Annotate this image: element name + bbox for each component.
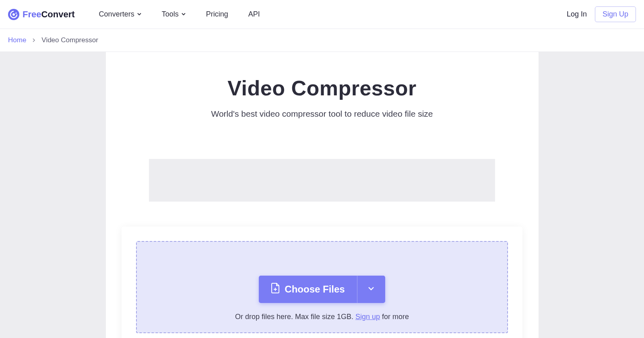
choose-files-dropdown[interactable] <box>357 276 385 303</box>
file-dropzone[interactable]: Choose Files Or drop files here. Max fil… <box>136 241 508 333</box>
signup-button[interactable]: Sign Up <box>595 6 636 22</box>
logo-text: FreeConvert <box>23 9 75 20</box>
svg-point-1 <box>12 13 15 16</box>
chevron-down-icon <box>181 10 186 19</box>
choose-files-label: Choose Files <box>285 284 345 295</box>
breadcrumb-current: Video Compressor <box>41 36 98 44</box>
nav-pricing[interactable]: Pricing <box>206 10 228 19</box>
chevron-right-icon <box>32 36 36 44</box>
chevron-down-icon <box>137 10 142 19</box>
main-panel: Video Compressor World's best video comp… <box>106 52 539 338</box>
main-nav: Converters Tools Pricing API <box>99 10 260 19</box>
choose-files-group: Choose Files <box>259 276 385 303</box>
file-add-icon <box>271 283 280 296</box>
page-title: Video Compressor <box>106 76 539 100</box>
breadcrumb: Home Video Compressor <box>0 29 644 52</box>
drop-help-text: Or drop files here. Max file size 1GB. S… <box>145 313 499 321</box>
breadcrumb-home[interactable]: Home <box>8 36 26 44</box>
chevron-down-icon <box>367 285 375 294</box>
header: FreeConvert Converters Tools Pricing API… <box>0 0 644 29</box>
header-right: Log In Sign Up <box>567 6 636 22</box>
page-subtitle: World's best video compressor tool to re… <box>106 109 539 119</box>
page-background: Video Compressor World's best video comp… <box>0 52 644 338</box>
logo[interactable]: FreeConvert <box>8 9 75 20</box>
upload-card: Choose Files Or drop files here. Max fil… <box>122 227 522 338</box>
nav-api[interactable]: API <box>248 10 260 19</box>
signup-link-inline[interactable]: Sign up <box>355 313 380 321</box>
nav-tools[interactable]: Tools <box>162 10 186 19</box>
login-link[interactable]: Log In <box>567 10 587 19</box>
logo-icon <box>8 9 19 20</box>
ad-placeholder <box>149 159 495 202</box>
nav-converters[interactable]: Converters <box>99 10 142 19</box>
choose-files-button[interactable]: Choose Files <box>259 276 357 303</box>
